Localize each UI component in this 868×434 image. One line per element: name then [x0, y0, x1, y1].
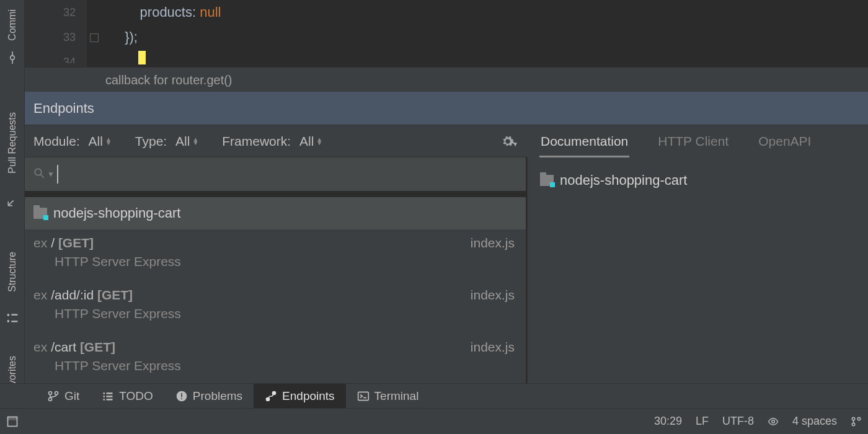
status-bar: 30:29 LF UTF-8 4 spaces: [0, 408, 868, 434]
bottom-tool-buttons: Git TODO Problems Endpoints Terminal: [0, 383, 868, 408]
editor-area[interactable]: 32 33 34 products: null });: [25, 0, 868, 67]
svg-rect-12: [104, 392, 105, 394]
tab-documentation[interactable]: Documentation: [539, 125, 629, 157]
list-icon: [102, 390, 114, 402]
terminal-icon: [357, 390, 370, 402]
endpoint-servers: HTTP Server Express: [33, 254, 515, 269]
endpoint-file: index.js: [471, 236, 515, 250]
svg-point-27: [772, 420, 775, 423]
sort-icon: ▲▼: [192, 138, 198, 145]
endpoints-title: Endpoints: [33, 100, 94, 116]
sort-icon: ▲▼: [105, 138, 112, 145]
filter-framework[interactable]: Framework: All ▲▼: [222, 134, 322, 149]
pull-request-icon: [0, 193, 25, 210]
sort-icon: ▲▼: [316, 138, 322, 145]
folder-icon: [540, 175, 554, 186]
gutter-line-34: 34: [25, 50, 76, 63]
tool-problems[interactable]: Problems: [164, 384, 254, 409]
status-line-separator[interactable]: LF: [696, 415, 709, 428]
inspection-eye-icon[interactable]: [768, 416, 779, 427]
endpoints-search[interactable]: ▼: [25, 157, 526, 191]
svg-rect-4: [7, 320, 9, 322]
folder-icon: [33, 208, 47, 219]
svg-point-30: [857, 417, 861, 420]
search-input[interactable]: [60, 167, 526, 182]
endpoint-row[interactable]: ex/add/:id [GET] index.js HTTP Server Ex…: [25, 281, 526, 334]
chevron-down-icon: ▼: [512, 141, 518, 148]
svg-rect-13: [104, 396, 105, 397]
tool-tab-pull-requests[interactable]: Pull Requests: [0, 93, 25, 192]
status-encoding[interactable]: UTF-8: [722, 415, 754, 428]
status-caret-pos[interactable]: 30:29: [654, 415, 682, 428]
gear-icon[interactable]: ▼: [501, 135, 518, 148]
endpoint-servers: HTTP Server Express: [33, 358, 515, 373]
svg-rect-26: [8, 417, 17, 419]
warning-icon: [175, 390, 188, 402]
svg-rect-3: [7, 314, 9, 316]
endpoint-row[interactable]: ex/cart [GET] index.js HTTP Server Expre…: [25, 334, 526, 383]
svg-line-8: [40, 174, 43, 177]
svg-point-10: [49, 397, 52, 401]
search-icon: [33, 167, 45, 182]
project-name: nodejs-shopping-cart: [53, 205, 180, 221]
svg-point-29: [852, 423, 855, 426]
svg-rect-16: [107, 396, 113, 397]
svg-rect-20: [181, 398, 182, 399]
tool-endpoints[interactable]: Endpoints: [254, 384, 346, 409]
structure-icon: [0, 310, 25, 326]
editor-caret: [138, 51, 146, 64]
branch-icon: [47, 390, 60, 402]
gutter-line-33: 33: [25, 25, 76, 50]
documentation-pane: nodejs-shopping-cart: [527, 157, 868, 383]
endpoint-servers: HTTP Server Express: [33, 306, 515, 321]
svg-point-7: [35, 169, 42, 175]
tool-tab-favorites-label: vorites: [7, 356, 18, 385]
breadcrumb[interactable]: callback for router.get(): [25, 67, 868, 92]
filter-module[interactable]: Module: All ▲▼: [33, 134, 112, 149]
doc-project-name: nodejs-shopping-cart: [560, 172, 687, 188]
doc-project-heading[interactable]: nodejs-shopping-cart: [540, 172, 856, 188]
svg-rect-15: [107, 392, 113, 394]
endpoint-file: index.js: [471, 288, 515, 303]
editor-gutter: 32 33 34: [25, 0, 87, 67]
svg-point-9: [49, 391, 52, 394]
commit-icon: [0, 50, 25, 66]
tool-terminal[interactable]: Terminal: [346, 384, 430, 409]
endpoints-tool-header: Endpoints: [25, 92, 868, 125]
tab-openapi[interactable]: OpenAPI: [757, 125, 812, 157]
tool-tab-structure-label: Structure: [7, 252, 18, 292]
status-indent[interactable]: 4 spaces: [792, 415, 837, 428]
tool-tab-structure[interactable]: Structure: [0, 234, 25, 309]
svg-rect-17: [107, 399, 113, 401]
tool-git[interactable]: Git: [36, 384, 91, 409]
endpoints-filters: Module: All ▲▼ Type: All ▲▼ Framework: A…: [25, 125, 527, 157]
endpoints-list: ex/ [GET] index.js HTTP Server Express e…: [25, 229, 526, 383]
svg-rect-5: [11, 314, 17, 316]
svg-rect-19: [181, 393, 182, 397]
svg-rect-6: [11, 321, 17, 322]
left-tool-strip: Commi Pull Requests Structure vorites: [0, 0, 25, 409]
chevron-down-icon[interactable]: ▼: [47, 170, 55, 179]
code-line-32: products: null: [87, 0, 868, 25]
tool-tab-pullreq-label: Pull Requests: [7, 112, 18, 174]
tab-http-client[interactable]: HTTP Client: [657, 125, 730, 157]
git-branch-icon[interactable]: [851, 416, 862, 427]
code-line-33: });: [87, 25, 868, 50]
tool-tab-commit[interactable]: Commi: [0, 0, 25, 50]
svg-point-11: [55, 391, 58, 394]
endpoint-file: index.js: [471, 340, 515, 355]
svg-point-0: [11, 56, 15, 60]
endpoints-detail-tabs: Documentation HTTP Client OpenAPI: [527, 125, 868, 157]
endpoint-project-row[interactable]: nodejs-shopping-cart: [25, 197, 526, 229]
code-area[interactable]: products: null });: [87, 0, 868, 50]
svg-point-28: [852, 417, 855, 420]
svg-rect-14: [104, 399, 105, 401]
endpoint-row[interactable]: ex/ [GET] index.js HTTP Server Express: [25, 229, 526, 281]
endpoints-icon: [265, 390, 277, 402]
filter-type[interactable]: Type: All ▲▼: [135, 134, 198, 149]
search-caret: [57, 165, 58, 184]
tool-todo[interactable]: TODO: [91, 384, 164, 409]
svg-rect-23: [358, 392, 368, 400]
tool-tab-commit-label: Commi: [7, 9, 18, 41]
tool-windows-icon[interactable]: [6, 415, 19, 428]
